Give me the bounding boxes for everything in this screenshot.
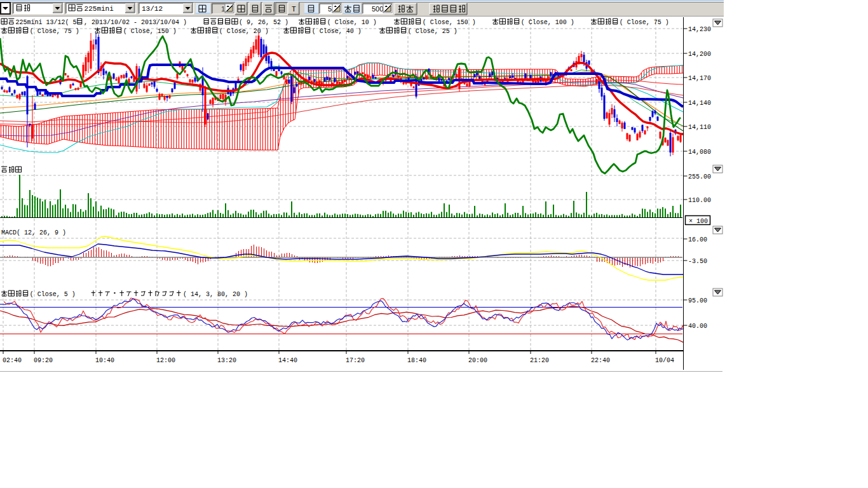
svg-text:( Close, 75 ): ( Close, 75 ) xyxy=(30,28,79,35)
svg-text:( Close, 25 ): ( Close, 25 ) xyxy=(408,28,458,35)
svg-text:, 2013/10/02 - 2013/10/04 ): , 2013/10/02 - 2013/10/04 ) xyxy=(84,19,187,26)
svg-text:( Close, 100 ): ( Close, 100 ) xyxy=(521,19,574,26)
svg-text:14:40: 14:40 xyxy=(278,357,297,364)
svg-text:5: 5 xyxy=(328,5,332,13)
svg-text:( Close, 20 ): ( Close, 20 ) xyxy=(219,28,269,35)
svg-text:22:40: 22:40 xyxy=(591,357,610,364)
svg-text:14,170: 14,170 xyxy=(688,75,711,82)
svg-text:( Close, 150 ): ( Close, 150 ) xyxy=(423,19,476,26)
svg-text:110.00: 110.00 xyxy=(688,197,711,204)
svg-text:( Close, 5 ): ( Close, 5 ) xyxy=(30,291,76,298)
svg-text:× 100: × 100 xyxy=(689,218,708,225)
svg-text:10/04: 10/04 xyxy=(655,357,674,364)
svg-text:255.00: 255.00 xyxy=(688,173,711,180)
svg-text:225mini 13/12( 5: 225mini 13/12( 5 xyxy=(15,19,76,26)
svg-text:( 9, 26, 52 ): ( 9, 26, 52 ) xyxy=(239,19,288,26)
svg-text:18:40: 18:40 xyxy=(407,357,426,364)
svg-text:( Close, 10 ): ( Close, 10 ) xyxy=(327,19,377,26)
svg-text:40.00: 40.00 xyxy=(688,323,707,330)
svg-text:02:40: 02:40 xyxy=(3,357,22,364)
svg-text:MACD( 12, 26, 9 ): MACD( 12, 26, 9 ) xyxy=(1,229,66,236)
svg-text:( Close, 150 ): ( Close, 150 ) xyxy=(123,28,177,35)
svg-text:( 14, 3, 80, 20 ): ( 14, 3, 80, 20 ) xyxy=(183,291,248,298)
svg-text:500: 500 xyxy=(372,5,383,13)
svg-text:10:40: 10:40 xyxy=(95,357,114,364)
svg-text:09:20: 09:20 xyxy=(34,357,53,364)
svg-text:14,110: 14,110 xyxy=(688,124,711,131)
svg-text:17:20: 17:20 xyxy=(346,357,365,364)
svg-text:13/12: 13/12 xyxy=(142,5,163,13)
svg-text:14,080: 14,080 xyxy=(688,149,711,156)
svg-text:21:20: 21:20 xyxy=(530,357,549,364)
svg-text:20:00: 20:00 xyxy=(468,357,487,364)
svg-text:T: T xyxy=(292,5,296,13)
svg-text:14,140: 14,140 xyxy=(688,100,711,107)
svg-text:16.00: 16.00 xyxy=(688,236,707,243)
svg-text:( Close, 75 ): ( Close, 75 ) xyxy=(620,19,669,26)
svg-text:13:20: 13:20 xyxy=(217,357,236,364)
svg-text:12:00: 12:00 xyxy=(156,357,175,364)
svg-text:1: 1 xyxy=(221,5,225,13)
svg-text:( Close, 40 ): ( Close, 40 ) xyxy=(312,28,362,35)
svg-text:14,200: 14,200 xyxy=(688,51,711,58)
svg-text:225mini: 225mini xyxy=(85,5,114,13)
svg-text:95.00: 95.00 xyxy=(688,297,707,304)
svg-text:14,230: 14,230 xyxy=(688,26,711,33)
svg-text:-3.50: -3.50 xyxy=(688,258,707,265)
